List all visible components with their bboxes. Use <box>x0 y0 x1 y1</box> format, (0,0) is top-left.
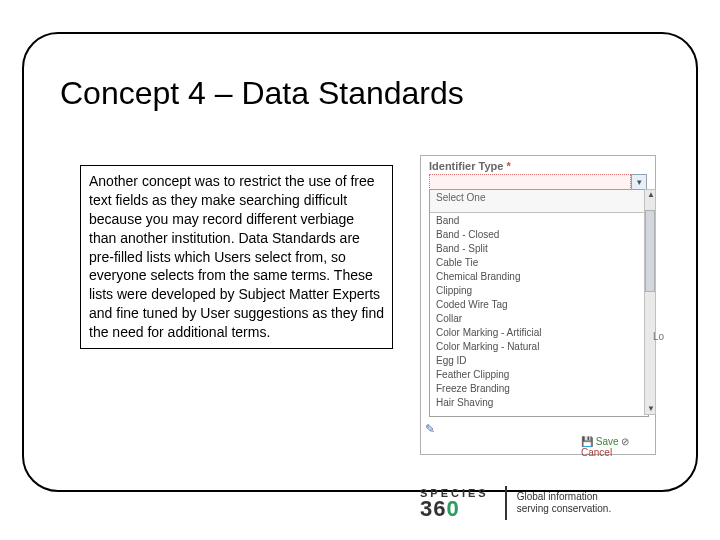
logo-36: 36 <box>420 496 446 521</box>
footer: SPECIES 360 Global information serving c… <box>420 486 611 520</box>
dropdown-option[interactable]: Band <box>430 213 648 227</box>
save-button[interactable]: Save <box>596 436 619 447</box>
dropdown-option[interactable]: Collar <box>430 311 648 325</box>
scroll-thumb[interactable] <box>645 210 655 292</box>
dropdown-option[interactable]: Chemical Branding <box>430 269 648 283</box>
dropdown-toggle-button[interactable]: ▾ <box>631 174 647 190</box>
dropdown-option[interactable]: Color Marking - Artificial <box>430 325 648 339</box>
dropdown-scrollbar[interactable]: ▲ ▼ <box>644 189 656 415</box>
dropdown-option[interactable]: Cable Tie <box>430 255 648 269</box>
required-asterisk: * <box>506 160 510 172</box>
field-label: Identifier Type * <box>429 160 511 172</box>
slide: Concept 4 – Data Standards Another conce… <box>0 0 720 540</box>
identifier-type-input[interactable] <box>429 174 631 190</box>
slide-title: Concept 4 – Data Standards <box>60 75 464 112</box>
dropdown-list: Band Band - Closed Band - Split Cable Ti… <box>430 213 648 419</box>
dropdown-option[interactable]: Coded Wire Tag <box>430 297 648 311</box>
dropdown-option[interactable]: Color Marking - Natural <box>430 339 648 353</box>
dropdown-option[interactable]: Egg ID <box>430 353 648 367</box>
cancel-icon: ⊘ <box>621 436 629 447</box>
scroll-down-arrow-icon[interactable]: ▼ <box>646 404 656 414</box>
species360-logo: SPECIES 360 <box>420 487 495 519</box>
dropdown-option[interactable]: Band - Split <box>430 241 648 255</box>
dropdown-option[interactable]: Feather Clipping <box>430 367 648 381</box>
dropdown-option[interactable]: Band - Closed <box>430 227 648 241</box>
dropdown-option[interactable]: Clipping <box>430 283 648 297</box>
dropdown-panel: Select One Band Band - Closed Band - Spl… <box>429 189 649 417</box>
tagline-line2: serving conservation. <box>517 503 612 515</box>
body-textbox: Another concept was to restrict the use … <box>80 165 393 349</box>
side-truncated-label: Lo <box>653 331 664 342</box>
save-icon: 💾 <box>581 436 593 447</box>
logo-360-text: 360 <box>420 499 489 519</box>
tagline-line1: Global information <box>517 491 612 503</box>
logo-zero: 0 <box>446 496 459 521</box>
dropdown-option[interactable]: Hair Shaving <box>430 395 648 409</box>
footer-divider <box>505 486 507 520</box>
chevron-down-icon: ▾ <box>637 177 642 187</box>
cancel-button[interactable]: Cancel <box>581 447 612 458</box>
form-panel: Identifier Type * ▾ Select One Band Band… <box>420 155 656 455</box>
note-icon[interactable]: ✎ <box>425 422 435 436</box>
dropdown-option[interactable]: Freeze Branding <box>430 381 648 395</box>
dropdown-header: Select One <box>430 190 648 213</box>
field-label-text: Identifier Type <box>429 160 503 172</box>
action-bar: 💾 Save ⊘ Cancel <box>581 436 655 458</box>
footer-tagline: Global information serving conservation. <box>517 491 612 515</box>
scroll-up-arrow-icon[interactable]: ▲ <box>646 190 656 200</box>
